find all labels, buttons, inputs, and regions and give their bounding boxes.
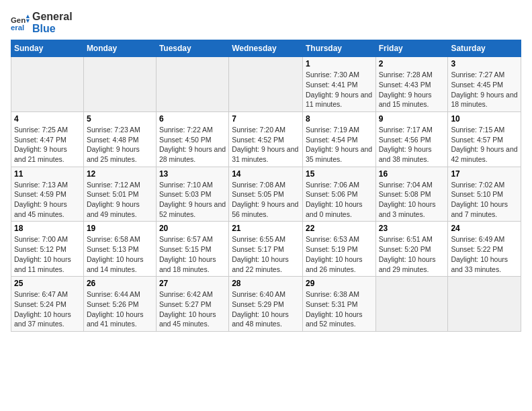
calendar-cell: [83, 57, 156, 112]
calendar-cell: 25 Sunrise: 6:47 AM Sunset: 5:24 PM Dayl…: [11, 277, 84, 332]
day-number: 5: [87, 114, 153, 124]
calendar-week-1: 1 Sunrise: 7:30 AM Sunset: 4:41 PM Dayli…: [11, 57, 521, 112]
day-number: 23: [379, 224, 445, 233]
logo-text: General Blue: [32, 11, 73, 34]
day-number: 19: [87, 224, 153, 233]
day-number: 26: [87, 279, 153, 288]
day-number: 6: [159, 114, 226, 124]
day-number: 17: [451, 169, 518, 179]
day-header-friday: Friday: [375, 40, 448, 57]
calendar-week-3: 11 Sunrise: 7:13 AM Sunset: 4:59 PM Dayl…: [11, 167, 521, 222]
calendar-cell: 14 Sunrise: 7:08 AM Sunset: 5:05 PM Dayl…: [229, 167, 303, 222]
calendar-cell: 8 Sunrise: 7:19 AM Sunset: 4:54 PM Dayli…: [302, 111, 375, 167]
calendar-cell: 26 Sunrise: 6:44 AM Sunset: 5:26 PM Dayl…: [83, 277, 156, 332]
day-number: 24: [451, 224, 518, 233]
cell-content: Sunrise: 7:10 AM Sunset: 5:03 PM Dayligh…: [159, 180, 226, 220]
calendar-cell: 6 Sunrise: 7:22 AM Sunset: 4:50 PM Dayli…: [156, 111, 228, 167]
calendar-cell: 20 Sunrise: 6:57 AM Sunset: 5:15 PM Dayl…: [156, 222, 228, 277]
cell-content: Sunrise: 7:23 AM Sunset: 4:48 PM Dayligh…: [87, 125, 153, 165]
day-header-tuesday: Tuesday: [156, 40, 228, 57]
calendar-cell: [375, 277, 448, 332]
calendar-cell: 12 Sunrise: 7:12 AM Sunset: 5:01 PM Dayl…: [83, 167, 156, 222]
cell-content: Sunrise: 6:49 AM Sunset: 5:22 PM Dayligh…: [451, 234, 518, 274]
cell-content: Sunrise: 6:51 AM Sunset: 5:20 PM Dayligh…: [379, 234, 445, 274]
cell-content: Sunrise: 7:30 AM Sunset: 4:41 PM Dayligh…: [306, 70, 373, 109]
day-number: 27: [159, 279, 226, 288]
page-header: Gen eral General Blue: [11, 11, 521, 34]
day-number: 11: [14, 169, 81, 179]
calendar-cell: 11 Sunrise: 7:13 AM Sunset: 4:59 PM Dayl…: [11, 167, 84, 222]
day-header-monday: Monday: [83, 40, 156, 57]
calendar-week-2: 4 Sunrise: 7:25 AM Sunset: 4:47 PM Dayli…: [11, 111, 521, 167]
cell-content: Sunrise: 7:13 AM Sunset: 4:59 PM Dayligh…: [14, 180, 81, 220]
cell-content: Sunrise: 6:38 AM Sunset: 5:31 PM Dayligh…: [306, 289, 373, 329]
day-number: 1: [306, 59, 373, 68]
day-number: 18: [14, 224, 81, 233]
calendar-cell: 18 Sunrise: 7:00 AM Sunset: 5:12 PM Dayl…: [11, 222, 84, 277]
calendar-cell: 7 Sunrise: 7:20 AM Sunset: 4:52 PM Dayli…: [229, 111, 303, 167]
calendar-cell: 28 Sunrise: 6:40 AM Sunset: 5:29 PM Dayl…: [229, 277, 303, 332]
day-number: 2: [379, 59, 445, 68]
calendar-cell: 13 Sunrise: 7:10 AM Sunset: 5:03 PM Dayl…: [156, 167, 228, 222]
day-header-wednesday: Wednesday: [229, 40, 303, 57]
calendar-cell: 17 Sunrise: 7:02 AM Sunset: 5:10 PM Dayl…: [448, 167, 521, 222]
calendar-cell: [448, 277, 521, 332]
calendar-cell: 4 Sunrise: 7:25 AM Sunset: 4:47 PM Dayli…: [11, 111, 84, 167]
calendar-cell: 22 Sunrise: 6:53 AM Sunset: 5:19 PM Dayl…: [302, 222, 375, 277]
calendar-cell: 2 Sunrise: 7:28 AM Sunset: 4:43 PM Dayli…: [375, 57, 448, 112]
cell-content: Sunrise: 7:02 AM Sunset: 5:10 PM Dayligh…: [451, 180, 518, 220]
day-number: 14: [232, 169, 300, 179]
calendar-cell: 24 Sunrise: 6:49 AM Sunset: 5:22 PM Dayl…: [448, 222, 521, 277]
calendar-header: SundayMondayTuesdayWednesdayThursdayFrid…: [11, 40, 521, 57]
cell-content: Sunrise: 6:47 AM Sunset: 5:24 PM Dayligh…: [14, 289, 81, 329]
cell-content: Sunrise: 7:04 AM Sunset: 5:08 PM Dayligh…: [379, 180, 445, 220]
calendar-cell: 21 Sunrise: 6:55 AM Sunset: 5:17 PM Dayl…: [229, 222, 303, 277]
cell-content: Sunrise: 6:55 AM Sunset: 5:17 PM Dayligh…: [232, 234, 300, 274]
calendar-week-5: 25 Sunrise: 6:47 AM Sunset: 5:24 PM Dayl…: [11, 277, 521, 332]
calendar-cell: [229, 57, 303, 112]
day-number: 7: [232, 114, 300, 124]
calendar-cell: 23 Sunrise: 6:51 AM Sunset: 5:20 PM Dayl…: [375, 222, 448, 277]
cell-content: Sunrise: 7:08 AM Sunset: 5:05 PM Dayligh…: [232, 180, 300, 220]
calendar-cell: 19 Sunrise: 6:58 AM Sunset: 5:13 PM Dayl…: [83, 222, 156, 277]
cell-content: Sunrise: 6:44 AM Sunset: 5:26 PM Dayligh…: [87, 289, 153, 329]
day-number: 22: [306, 224, 373, 233]
cell-content: Sunrise: 7:00 AM Sunset: 5:12 PM Dayligh…: [14, 234, 81, 274]
cell-content: Sunrise: 6:58 AM Sunset: 5:13 PM Dayligh…: [87, 234, 153, 274]
cell-content: Sunrise: 7:27 AM Sunset: 4:45 PM Dayligh…: [451, 70, 518, 109]
calendar-cell: 5 Sunrise: 7:23 AM Sunset: 4:48 PM Dayli…: [83, 111, 156, 167]
cell-content: Sunrise: 7:28 AM Sunset: 4:43 PM Dayligh…: [379, 70, 445, 109]
day-number: 20: [159, 224, 226, 233]
day-number: 16: [379, 169, 445, 179]
day-number: 9: [379, 114, 445, 124]
day-number: 13: [159, 169, 226, 179]
calendar-cell: 10 Sunrise: 7:15 AM Sunset: 4:57 PM Dayl…: [448, 111, 521, 167]
day-number: 4: [14, 114, 81, 124]
calendar-table: SundayMondayTuesdayWednesdayThursdayFrid…: [11, 40, 521, 332]
calendar-cell: 27 Sunrise: 6:42 AM Sunset: 5:27 PM Dayl…: [156, 277, 228, 332]
calendar-cell: 9 Sunrise: 7:17 AM Sunset: 4:56 PM Dayli…: [375, 111, 448, 167]
calendar-week-4: 18 Sunrise: 7:00 AM Sunset: 5:12 PM Dayl…: [11, 222, 521, 277]
day-number: 3: [451, 59, 518, 68]
day-number: 8: [306, 114, 373, 124]
calendar-cell: 15 Sunrise: 7:06 AM Sunset: 5:06 PM Dayl…: [302, 167, 375, 222]
cell-content: Sunrise: 7:15 AM Sunset: 4:57 PM Dayligh…: [451, 125, 518, 165]
logo: Gen eral General Blue: [11, 11, 73, 34]
day-number: 25: [14, 279, 81, 288]
day-number: 15: [306, 169, 373, 179]
cell-content: Sunrise: 7:19 AM Sunset: 4:54 PM Dayligh…: [306, 125, 373, 165]
calendar-cell: 16 Sunrise: 7:04 AM Sunset: 5:08 PM Dayl…: [375, 167, 448, 222]
cell-content: Sunrise: 6:53 AM Sunset: 5:19 PM Dayligh…: [306, 234, 373, 274]
day-number: 12: [87, 169, 153, 179]
day-header-sunday: Sunday: [11, 40, 84, 57]
day-number: 29: [306, 279, 373, 288]
cell-content: Sunrise: 6:40 AM Sunset: 5:29 PM Dayligh…: [232, 289, 300, 329]
calendar-cell: 1 Sunrise: 7:30 AM Sunset: 4:41 PM Dayli…: [302, 57, 375, 112]
svg-marker-2: [26, 14, 30, 17]
cell-content: Sunrise: 6:42 AM Sunset: 5:27 PM Dayligh…: [159, 289, 226, 329]
day-number: 10: [451, 114, 518, 124]
calendar-cell: 29 Sunrise: 6:38 AM Sunset: 5:31 PM Dayl…: [302, 277, 375, 332]
cell-content: Sunrise: 7:22 AM Sunset: 4:50 PM Dayligh…: [159, 125, 226, 165]
cell-content: Sunrise: 7:25 AM Sunset: 4:47 PM Dayligh…: [14, 125, 81, 165]
day-number: 21: [232, 224, 300, 233]
